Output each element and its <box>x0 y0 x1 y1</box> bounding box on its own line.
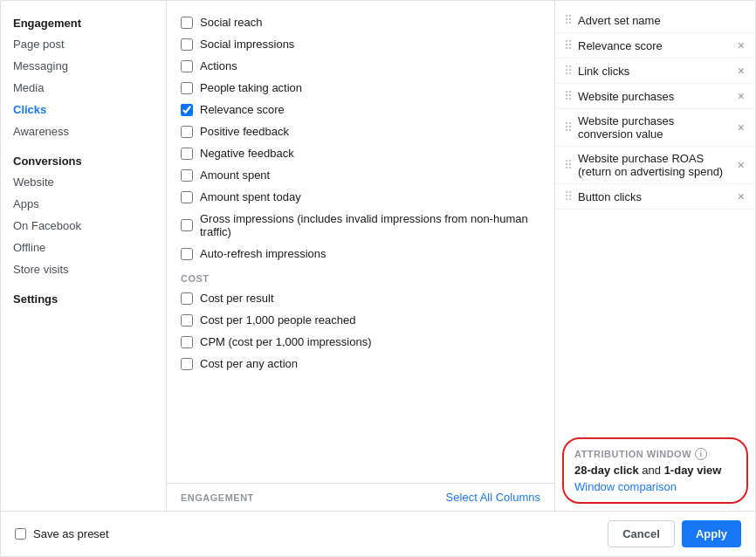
sidebar-section-engagement: Engagement Page post Messaging Media Cli… <box>1 11 166 142</box>
check-item-gross-impressions[interactable]: Gross impressions (includes invalid impr… <box>181 208 540 243</box>
attribution-value-text: 28-day click <box>574 464 639 477</box>
sidebar-item-messaging[interactable]: Messaging <box>1 55 166 77</box>
middle-footer: ENGAGEMENT Select All Columns <box>167 483 554 511</box>
check-label-cost-per-result: Cost per result <box>200 292 274 305</box>
drag-handle-icon: ⠿ <box>564 13 573 27</box>
sidebar-item-clicks[interactable]: Clicks <box>1 99 166 120</box>
remove-website-purchases-button[interactable]: × <box>736 90 746 102</box>
save-preset-label[interactable]: Save as preset <box>15 527 109 540</box>
sidebar-section-title-conversions: Conversions <box>1 149 166 171</box>
check-label-cpm: CPM (cost per 1,000 impressions) <box>200 335 372 348</box>
right-item-label-website-purchases-conversion-value: Website purchases conversion value <box>578 114 731 141</box>
check-item-negative-feedback[interactable]: Negative feedback <box>181 142 540 164</box>
check-item-cpm[interactable]: CPM (cost per 1,000 impressions) <box>181 331 540 353</box>
checkbox-people-taking-action[interactable] <box>181 82 193 94</box>
checkbox-cost-per-result[interactable] <box>181 292 193 305</box>
right-item-website-purchases-conversion-value: ⠿ Website purchases conversion value × <box>555 109 755 147</box>
checkbox-cost-per-1000-reached[interactable] <box>181 314 193 327</box>
checkbox-cost-per-any-action[interactable] <box>181 358 193 370</box>
check-item-actions[interactable]: Actions <box>181 55 540 77</box>
save-preset-checkbox[interactable] <box>15 528 26 540</box>
remove-link-clicks-button[interactable]: × <box>736 65 746 77</box>
checkbox-actions[interactable] <box>181 60 193 72</box>
checkbox-gross-impressions[interactable] <box>181 219 193 231</box>
drag-handle-icon: ⠿ <box>564 38 573 52</box>
right-item-button-clicks: ⠿ Button clicks × <box>555 184 755 210</box>
attribution-title-text: ATTRIBUTION WINDOW <box>574 449 691 459</box>
checkbox-relevance-score[interactable] <box>181 104 193 116</box>
right-column: ⠿ Advert set name ⠿ Relevance score × ⠿ … <box>554 1 755 511</box>
footer-section-label: ENGAGEMENT <box>181 492 254 503</box>
select-all-link[interactable]: Select All Columns <box>446 491 540 504</box>
remove-relevance-score-button[interactable]: × <box>736 39 746 52</box>
sidebar-item-page-post[interactable]: Page post <box>1 33 166 55</box>
checkbox-amount-spent[interactable] <box>181 169 193 182</box>
sidebar-section-conversions: Conversions Website Apps On Facebook Off… <box>1 149 166 280</box>
checkbox-positive-feedback[interactable] <box>181 126 193 138</box>
check-item-amount-spent-today[interactable]: Amount spent today <box>181 186 540 208</box>
info-icon[interactable]: i <box>695 448 707 460</box>
modal-footer: Save as preset Cancel Apply <box>1 511 755 556</box>
right-item-label-link-clicks: Link clicks <box>578 65 731 78</box>
sidebar-item-apps[interactable]: Apps <box>1 193 166 215</box>
sidebar-section-title-settings: Settings <box>1 287 166 309</box>
checkbox-amount-spent-today[interactable] <box>181 191 193 203</box>
right-item-label-website-purchases: Website purchases <box>578 90 731 103</box>
check-item-social-reach[interactable]: Social reach <box>181 11 540 33</box>
check-item-relevance-score[interactable]: Relevance score <box>181 99 540 120</box>
checklist: Social reach Social impressions Actions … <box>167 1 554 483</box>
sidebar-item-store-visits[interactable]: Store visits <box>1 258 166 280</box>
right-item-relevance-score: ⠿ Relevance score × <box>555 33 755 58</box>
window-comparison-link[interactable]: Window comparison <box>574 480 736 493</box>
middle-column: Social reach Social impressions Actions … <box>167 1 554 511</box>
sidebar-section-title-engagement: Engagement <box>1 11 166 33</box>
attribution-window-box: ATTRIBUTION WINDOW i 28-day click and 1-… <box>562 437 748 504</box>
check-label-amount-spent: Amount spent <box>200 168 270 182</box>
check-item-amount-spent[interactable]: Amount spent <box>181 164 540 186</box>
check-item-people-taking-action[interactable]: People taking action <box>181 77 540 99</box>
attribution-view-text: 1-day view <box>664 464 722 477</box>
check-label-actions: Actions <box>200 59 237 72</box>
right-item-advert-set-name: ⠿ Advert set name <box>555 8 755 33</box>
remove-website-purchase-roas-button[interactable]: × <box>736 159 746 171</box>
check-item-cost-per-any-action[interactable]: Cost per any action <box>181 353 540 375</box>
check-item-social-impressions[interactable]: Social impressions <box>181 33 540 55</box>
save-preset-text: Save as preset <box>33 527 109 540</box>
sidebar: Engagement Page post Messaging Media Cli… <box>1 1 167 511</box>
check-label-relevance-score: Relevance score <box>200 103 285 116</box>
checkbox-negative-feedback[interactable] <box>181 148 193 160</box>
check-label-people-taking-action: People taking action <box>200 81 302 94</box>
drag-handle-icon: ⠿ <box>564 189 573 203</box>
cancel-button[interactable]: Cancel <box>608 520 675 547</box>
check-label-gross-impressions: Gross impressions (includes invalid impr… <box>200 212 540 238</box>
check-item-positive-feedback[interactable]: Positive feedback <box>181 120 540 142</box>
remove-button-clicks-button[interactable]: × <box>736 190 746 203</box>
drag-handle-icon: ⠿ <box>564 89 573 103</box>
check-label-social-reach: Social reach <box>200 16 263 29</box>
drag-handle-icon: ⠿ <box>564 64 573 78</box>
sidebar-item-awareness[interactable]: Awareness <box>1 120 166 142</box>
check-label-amount-spent-today: Amount spent today <box>200 190 301 203</box>
apply-button[interactable]: Apply <box>682 520 741 547</box>
sidebar-item-on-facebook[interactable]: On Facebook <box>1 215 166 237</box>
drag-handle-icon: ⠿ <box>564 158 573 172</box>
sidebar-item-offline[interactable]: Offline <box>1 237 166 258</box>
right-item-label-button-clicks: Button clicks <box>578 190 731 203</box>
sidebar-item-media[interactable]: Media <box>1 77 166 99</box>
sidebar-section-settings: Settings <box>1 287 166 309</box>
right-item-website-purchase-roas: ⠿ Website purchase ROAS (return on adver… <box>555 147 755 184</box>
sidebar-item-website[interactable]: Website <box>1 171 166 193</box>
checkbox-social-impressions[interactable] <box>181 38 193 51</box>
attribution-title: ATTRIBUTION WINDOW i <box>574 448 736 460</box>
checkbox-auto-refresh[interactable] <box>181 248 193 260</box>
drag-handle-icon: ⠿ <box>564 120 573 134</box>
checkbox-cpm[interactable] <box>181 336 193 348</box>
check-label-cost-per-any-action: Cost per any action <box>200 357 298 370</box>
check-item-cost-per-1000-reached[interactable]: Cost per 1,000 people reached <box>181 309 540 331</box>
check-item-cost-per-result[interactable]: Cost per result <box>181 287 540 309</box>
check-item-auto-refresh[interactable]: Auto-refresh impressions <box>181 243 540 265</box>
remove-website-purchases-conversion-value-button[interactable]: × <box>736 121 746 134</box>
checkbox-social-reach[interactable] <box>181 17 193 29</box>
check-label-positive-feedback: Positive feedback <box>200 125 289 138</box>
right-item-label-website-purchase-roas: Website purchase ROAS (return on adverti… <box>578 152 731 178</box>
